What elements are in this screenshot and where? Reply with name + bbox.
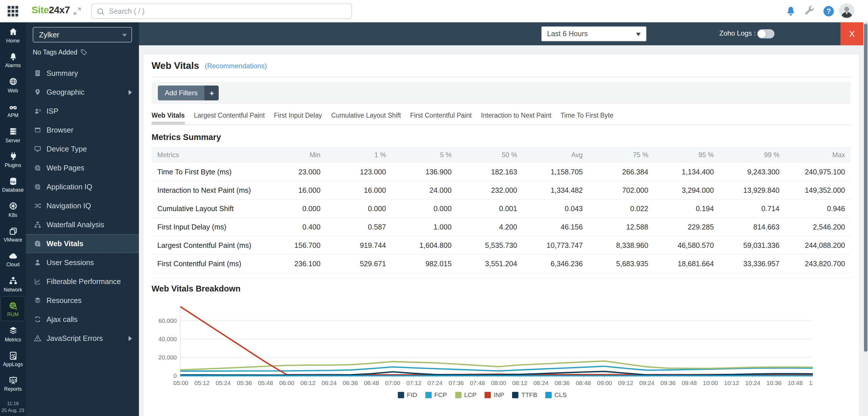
tab-interaction-to-next-paint[interactable]: Interaction to Next Paint <box>481 112 551 125</box>
site24x7-logo[interactable]: Site24x7 <box>32 5 70 16</box>
sidebar-item-ajax-calls[interactable]: Ajax calls <box>26 310 139 329</box>
tab-largest-contentful-paint[interactable]: Largest Contentful Paint <box>194 112 265 125</box>
monitor-dropdown[interactable]: Zylker <box>33 27 132 42</box>
column-header: Avg <box>523 147 588 163</box>
sidebar-item-navigation-iq[interactable]: Navigation IQ <box>26 196 139 215</box>
rail-item-label: Reports <box>4 386 22 392</box>
help-icon[interactable]: ? <box>823 6 834 17</box>
sidebar-item-geographic[interactable]: Geographic <box>26 83 139 102</box>
sidebar-item-resources[interactable]: Resources <box>26 291 139 310</box>
user-avatar[interactable] <box>839 3 854 19</box>
zoho-logs-toggle[interactable] <box>757 29 774 38</box>
svg-text:40,000: 40,000 <box>158 336 177 342</box>
tab-time-to-first-byte[interactable]: Time To First Byte <box>561 112 613 125</box>
tab-first-input-delay[interactable]: First Input Delay <box>274 112 322 125</box>
sidebar-item-javascript-errors[interactable]: JavaScript Errors <box>26 329 139 348</box>
sidebar-item-web-vitals[interactable]: Web Vitals <box>26 234 139 253</box>
sidebar-item-browser[interactable]: Browser <box>26 121 139 139</box>
legend-item-inp[interactable]: INP <box>485 391 504 398</box>
rail-item-k8s[interactable]: K8s <box>0 196 26 222</box>
legend-item-fid[interactable]: FID <box>398 391 417 398</box>
metric-value-cell: 0.946 <box>785 199 851 218</box>
browser-icon <box>34 126 41 134</box>
user-sessions-icon <box>34 259 41 266</box>
close-button[interactable]: X <box>840 22 863 45</box>
waterfall-analysis-icon <box>34 221 41 228</box>
rail-item-network[interactable]: Network <box>0 271 26 296</box>
time-range-select[interactable]: Last 6 Hours <box>541 26 646 41</box>
sidebar-item-isp[interactable]: ISP <box>26 102 139 121</box>
svg-text:60,000: 60,000 <box>158 317 177 324</box>
recommendations-link[interactable]: (Recommendations) <box>205 62 267 70</box>
sidebar-item-application-iq[interactable]: Application IQ <box>26 177 139 196</box>
rail-item-alarms[interactable]: Alarms <box>0 47 26 72</box>
svg-text:05:24: 05:24 <box>216 380 231 386</box>
settings-wrench-icon[interactable] <box>804 6 815 17</box>
rail-item-cloud[interactable]: Cloud <box>0 247 26 271</box>
alarms-icon <box>8 52 18 61</box>
legend-swatch-icon <box>546 392 552 398</box>
sidebar-item-label: Browser <box>46 126 73 134</box>
sidebar-item-waterfall-analysis[interactable]: Waterfall Analysis <box>26 215 139 234</box>
rail-item-database[interactable]: SQLDatabase <box>0 172 26 197</box>
svg-text:07:48: 07:48 <box>470 380 485 386</box>
notifications-bell-icon[interactable] <box>785 6 796 17</box>
rail-item-home[interactable]: Home <box>0 22 26 47</box>
context-header: Last 6 Hours Zoho Logs : X <box>139 22 863 45</box>
sidebar-item-web-pages[interactable]: Web Pages <box>26 158 139 177</box>
rail-item-label: Cloud <box>6 262 20 268</box>
rail-item-server[interactable]: Server <box>0 122 26 147</box>
logo-dark: 24x7 <box>49 5 70 15</box>
page-title: Web Vitals <box>152 60 199 71</box>
tab-web-vitals[interactable]: Web Vitals <box>152 112 185 125</box>
network-icon <box>8 276 18 285</box>
add-filters-button[interactable]: Add Filters + <box>158 86 219 100</box>
rail-item-label: Web <box>8 88 18 93</box>
search-input[interactable] <box>108 4 343 19</box>
clock-date: 25 Aug, 23 <box>0 407 26 414</box>
rail-item-apm[interactable]: APM <box>0 97 26 122</box>
legend-item-fcp[interactable]: FCP <box>425 391 447 398</box>
scrollbar-thumb[interactable] <box>864 24 867 352</box>
rail-item-applogs[interactable]: AppLogs <box>0 346 26 371</box>
rail-item-vmware[interactable]: VMware <box>0 222 26 247</box>
search-bar <box>91 3 352 19</box>
sidebar-item-user-sessions[interactable]: User Sessions <box>26 253 139 272</box>
metric-value-cell: 0.194 <box>654 199 720 218</box>
rail-clock: 11:16 25 Aug, 23 <box>0 400 26 414</box>
expand-icon[interactable] <box>73 7 82 15</box>
rail-item-web[interactable]: Web <box>0 72 26 97</box>
sidebar-item-filterable-performance[interactable]: Filterable Performance <box>26 272 139 291</box>
rail-item-metrics[interactable]: Metrics <box>0 321 26 346</box>
legend-item-ttfb[interactable]: TTFB <box>513 391 537 398</box>
zoho-logs-label: Zoho Logs : <box>719 29 756 37</box>
sidebar-item-summary[interactable]: Summary <box>26 64 139 83</box>
legend-item-lcp[interactable]: LCP <box>455 391 476 398</box>
legend-label: FID <box>407 391 417 398</box>
sidebar-item-device-type[interactable]: Device Type <box>26 139 139 158</box>
breakdown-title: Web Vitals Breakdown <box>152 284 851 293</box>
vertical-scrollbar[interactable] <box>863 22 868 416</box>
table-row: Largest Contentful Paint (ms)156.700919.… <box>152 236 851 254</box>
tab-first-contentful-paint[interactable]: First Contentful Paint <box>410 112 472 125</box>
tab-cumulative-layout-shift[interactable]: Cumulative Layout Shift <box>331 112 401 125</box>
rail-item-label: Metrics <box>5 337 21 342</box>
svg-text:11:00: 11:00 <box>809 380 813 386</box>
svg-text:SQL: SQL <box>10 181 16 183</box>
rail-item-rum[interactable]: RUM <box>1 296 25 321</box>
metric-value-cell: 0.022 <box>588 199 654 218</box>
column-header: Max <box>785 147 851 163</box>
apps-grid-icon[interactable] <box>7 5 19 17</box>
metric-value-cell: 16.000 <box>260 181 326 199</box>
rail-item-plugins[interactable]: Plugins <box>0 147 26 172</box>
rail-item-reports[interactable]: Reports <box>0 371 26 396</box>
rail-item-label: VMware <box>4 237 22 243</box>
legend-item-cls[interactable]: CLS <box>546 391 567 398</box>
cloud-icon <box>8 251 18 260</box>
metric-value-cell: 919.744 <box>326 236 392 254</box>
rail-item-label: Database <box>2 187 24 193</box>
reports-icon <box>8 376 18 385</box>
vmware-icon <box>8 226 18 235</box>
tags-row[interactable]: No Tags Added <box>33 49 87 56</box>
monitor-name: Zylker <box>39 30 59 39</box>
